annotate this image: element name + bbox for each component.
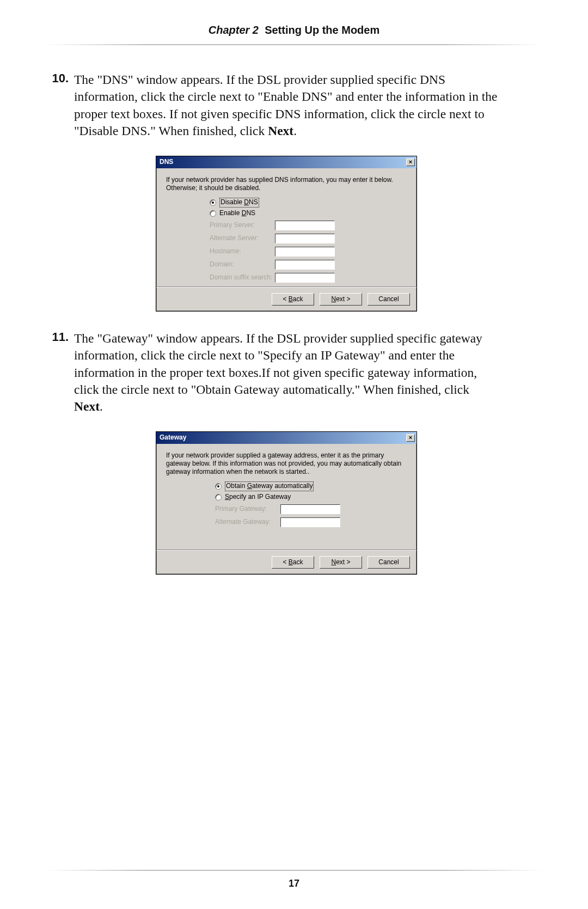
radio-specify-gateway[interactable]: [215, 494, 222, 501]
step-text-bold: Next: [268, 124, 293, 138]
input-alternate-gateway[interactable]: [280, 517, 340, 527]
input-primary-server[interactable]: [275, 221, 335, 230]
label-primary-gateway: Primary Gateway:: [215, 505, 280, 514]
chapter-number: Chapter 2: [209, 24, 259, 36]
radio-label-specify-gateway[interactable]: Specify an IP Gateway: [225, 493, 291, 502]
label-domain-suffix: Domain suffix search:: [210, 273, 275, 282]
cancel-button[interactable]: Cancel: [367, 293, 410, 306]
label-domain: Domain:: [210, 260, 275, 269]
chapter-header: Chapter 2 Setting Up the Modem: [46, 24, 542, 44]
label-alternate-server: Alternate Server:: [210, 234, 275, 243]
dialog-intro: If your network provider supplied a gate…: [166, 452, 407, 476]
step-text-part: The "Gateway" window appears. If the DSL…: [74, 331, 482, 396]
dns-dialog: DNS × If your network provider has suppl…: [156, 156, 417, 312]
step-text: The "DNS" window appears. If the DSL pro…: [74, 71, 499, 312]
radio-label-obtain-gateway[interactable]: Obtain Gateway automatically: [225, 481, 314, 491]
page-number: 17: [0, 878, 588, 889]
dialog-titlebar: Gateway ×: [156, 432, 416, 444]
input-domain[interactable]: [275, 260, 335, 270]
dialog-title: Gateway: [160, 434, 186, 442]
input-hostname[interactable]: [275, 247, 335, 257]
step-number: 11.: [46, 330, 74, 575]
header-rule: [46, 44, 542, 45]
label-primary-server: Primary Server:: [210, 221, 275, 230]
dialog-intro: If your network provider has supplied DN…: [166, 176, 407, 192]
next-button[interactable]: Next >: [320, 293, 362, 306]
radio-enable-dns[interactable]: [210, 210, 216, 217]
footer-rule: [46, 870, 542, 871]
input-primary-gateway[interactable]: [280, 504, 340, 514]
input-alternate-server[interactable]: [275, 234, 335, 243]
step-text-bold: Next: [74, 399, 100, 413]
radio-label-disable-dns[interactable]: Disable DNS: [219, 198, 259, 208]
radio-disable-dns[interactable]: [210, 199, 216, 206]
cancel-button[interactable]: Cancel: [367, 556, 410, 569]
input-domain-suffix[interactable]: [275, 273, 335, 283]
dialog-title: DNS: [160, 158, 173, 167]
step-text-part: .: [293, 124, 297, 138]
label-alternate-gateway: Alternate Gateway:: [215, 518, 280, 527]
close-icon[interactable]: ×: [406, 434, 415, 442]
step-text: The "Gateway" window appears. If the DSL…: [74, 330, 499, 575]
label-hostname: Hostname:: [210, 247, 275, 256]
radio-obtain-gateway[interactable]: [215, 483, 222, 490]
gateway-dialog: Gateway × If your network provider suppl…: [156, 431, 417, 575]
back-button[interactable]: < Back: [272, 293, 314, 306]
back-button[interactable]: < Back: [272, 556, 314, 569]
dialog-titlebar: DNS ×: [156, 156, 416, 168]
step-number: 10.: [46, 71, 74, 312]
step-text-part: .: [100, 399, 103, 413]
close-icon[interactable]: ×: [406, 158, 415, 166]
chapter-title: Setting Up the Modem: [265, 24, 379, 36]
radio-label-enable-dns[interactable]: Enable DNS: [219, 209, 255, 218]
next-button[interactable]: Next >: [320, 556, 362, 569]
